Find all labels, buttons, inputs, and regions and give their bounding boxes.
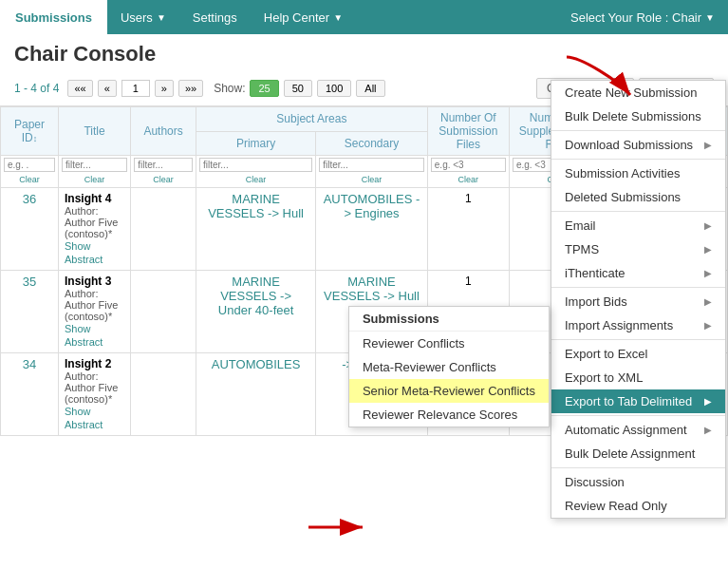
show-label: Show: xyxy=(214,82,245,95)
paper-id-link[interactable]: 36 xyxy=(23,192,36,206)
show-abstract-link[interactable]: Show Abstract xyxy=(65,240,103,265)
paper-id-link[interactable]: 35 xyxy=(23,275,36,289)
tpms-senior-meta-reviewer-conflicts[interactable]: Senior Meta-Reviewer Conflicts xyxy=(349,379,549,403)
col-authors[interactable]: Authors xyxy=(131,107,196,156)
paper-author-cont: (contoso)* xyxy=(65,393,124,405)
paper-title: Insight 3 xyxy=(65,275,124,288)
filter-id-input[interactable] xyxy=(4,158,55,172)
show-50-btn[interactable]: 50 xyxy=(284,80,312,97)
dd-export-xml[interactable]: Export to XML xyxy=(551,366,725,389)
dd-tpms[interactable]: TPMS ▶ xyxy=(551,237,725,261)
dd-bulk-delete-assign[interactable]: Bulk Delete Assignment xyxy=(551,442,725,465)
col-title[interactable]: Title xyxy=(59,107,131,156)
last-page-btn[interactable]: »» xyxy=(178,80,203,97)
primary-link[interactable]: MARINE VESSELS -> Under 40-feet xyxy=(218,275,294,317)
secondary-link[interactable]: MARINE VESSELS -> Hull xyxy=(324,275,420,303)
col-sub-files[interactable]: Number OfSubmissionFiles xyxy=(427,107,509,156)
filter-primary-input[interactable] xyxy=(199,158,312,172)
clear-subfiles-link[interactable]: Clear xyxy=(458,175,479,184)
secondary-link[interactable]: AUTOMOBILES -> Engines xyxy=(324,192,420,220)
filter-title-input[interactable] xyxy=(62,158,127,172)
nav-users[interactable]: Users ▼ xyxy=(107,0,179,34)
nav-settings[interactable]: Settings xyxy=(179,0,251,34)
subject-areas-header: Subject Areas xyxy=(196,107,427,132)
users-arrow-icon: ▼ xyxy=(157,12,166,23)
dd-discussion[interactable]: Discussion xyxy=(551,470,725,494)
dd-ithenticate[interactable]: iThenticate ▶ xyxy=(551,261,725,285)
show-abstract-link[interactable]: Show Abstract xyxy=(65,406,103,430)
primary-link[interactable]: MARINE VESSELS -> Hull xyxy=(208,192,304,220)
show-all-btn[interactable]: All xyxy=(356,80,384,97)
importassign-arrow-icon: ▶ xyxy=(704,320,712,331)
col-primary[interactable]: Primary xyxy=(196,131,315,156)
dd-export-tab[interactable]: Export to Tab Delimited ▶ xyxy=(551,389,725,413)
dd-submission-activities[interactable]: Submission Activities xyxy=(551,161,725,185)
paper-title: Insight 4 xyxy=(65,192,124,205)
importbids-arrow-icon: ▶ xyxy=(704,296,712,307)
paper-author: Author: Author Five xyxy=(65,288,124,311)
nav-role[interactable]: Select Your Role : Chair ▼ xyxy=(557,0,728,34)
next-page-btn[interactable]: » xyxy=(155,80,174,97)
show-abstract-link[interactable]: Show Abstract xyxy=(65,323,103,348)
primary-link[interactable]: AUTOMOBILES xyxy=(212,357,301,371)
clear-title-link[interactable]: Clear xyxy=(84,175,105,184)
tpms-subdropdown: Submissions Reviewer Conflicts Meta-Revi… xyxy=(348,306,550,427)
tpms-meta-reviewer-conflicts[interactable]: Meta-Reviewer Conflicts xyxy=(349,355,549,379)
first-page-btn[interactable]: «« xyxy=(67,80,92,97)
dd-auto-assign[interactable]: Automatic Assignment ▶ xyxy=(551,418,725,442)
pagination-info: 1 - 4 of 4 xyxy=(14,82,59,95)
page-number-input[interactable] xyxy=(121,80,150,97)
exporttab-arrow-icon: ▶ xyxy=(704,396,712,407)
clear-id-link[interactable]: Clear xyxy=(19,175,40,184)
tpms-reviewer-relevance[interactable]: Reviewer Relevance Scores xyxy=(349,403,549,427)
dd-export-excel[interactable]: Export to Excel xyxy=(551,342,725,366)
tpms-arrow-icon: ▶ xyxy=(704,244,712,255)
nav-submissions[interactable]: Submissions xyxy=(0,0,107,34)
dd-import-assignments[interactable]: Import Assignments ▶ xyxy=(551,313,725,337)
clear-primary-link[interactable]: Clear xyxy=(246,175,267,184)
sub-arrow-icon: ▶ xyxy=(704,140,712,150)
dd-import-bids[interactable]: Import Bids ▶ xyxy=(551,290,725,313)
paper-id-link[interactable]: 34 xyxy=(23,357,36,371)
dd-create-submission[interactable]: Create New Submission xyxy=(551,81,725,104)
ithenticate-arrow-icon: ▶ xyxy=(704,268,712,278)
show-100-btn[interactable]: 100 xyxy=(317,80,351,97)
help-arrow-icon: ▼ xyxy=(333,12,343,23)
tpms-reviewer-conflicts[interactable]: Reviewer Conflicts xyxy=(349,332,549,355)
prev-page-btn[interactable]: « xyxy=(98,80,117,97)
filter-authors-input[interactable] xyxy=(134,158,193,172)
paper-author: Author: Author Five xyxy=(65,205,124,228)
col-secondary[interactable]: Secondary xyxy=(316,131,428,156)
paper-title: Insight 2 xyxy=(65,357,124,370)
page-title: Chair Console xyxy=(0,34,728,70)
paper-author-cont: (contoso)* xyxy=(65,228,124,239)
filter-subfiles-input[interactable] xyxy=(431,158,506,172)
autoassign-arrow-icon: ▶ xyxy=(704,425,712,435)
email-arrow-icon: ▶ xyxy=(704,220,712,231)
paper-author-cont: (contoso)* xyxy=(65,311,124,322)
actions-dropdown: Create New Submission Bulk Delete Submis… xyxy=(551,80,726,519)
dd-download-submissions[interactable]: Download Submissions ▶ xyxy=(551,133,725,157)
col-paper-id[interactable]: PaperID↕ xyxy=(1,107,59,156)
nav-help[interactable]: Help Center ▼ xyxy=(251,0,356,34)
clear-secondary-link[interactable]: Clear xyxy=(362,175,383,184)
tpms-header: Submissions xyxy=(349,307,549,332)
top-nav: Submissions Users ▼ Settings Help Center… xyxy=(0,0,728,34)
dd-deleted-submissions[interactable]: Deleted Submissions xyxy=(551,185,725,209)
role-arrow-icon: ▼ xyxy=(705,12,715,23)
filter-secondary-input[interactable] xyxy=(319,158,424,172)
paper-author: Author: Author Five xyxy=(65,370,124,393)
show-25-btn[interactable]: 25 xyxy=(250,80,278,97)
dd-bulk-delete-submissions[interactable]: Bulk Delete Submissions xyxy=(551,104,725,128)
clear-authors-link[interactable]: Clear xyxy=(153,175,174,184)
dd-review-readonly[interactable]: Review Read Only xyxy=(551,494,725,518)
dd-email[interactable]: Email ▶ xyxy=(551,214,725,237)
